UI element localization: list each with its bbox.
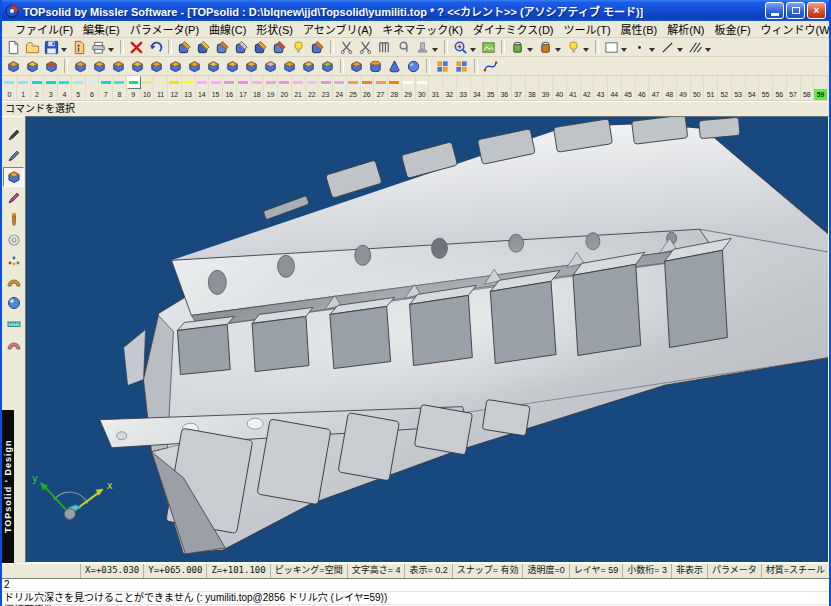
shape-modify-button[interactable] bbox=[3, 188, 24, 208]
layer-cell-49[interactable]: 49 bbox=[677, 76, 691, 100]
layer-cell-18[interactable]: 18 bbox=[251, 76, 265, 100]
layer-cell-24[interactable]: 24 bbox=[333, 76, 347, 100]
menu-item-parameter[interactable]: パラメータ(P) bbox=[125, 21, 204, 37]
hatch-style-button[interactable] bbox=[686, 38, 714, 56]
new-document-button[interactable] bbox=[4, 38, 23, 56]
layer-cell-2[interactable]: 2 bbox=[31, 76, 45, 100]
menu-item-file[interactable]: ファイル(F) bbox=[10, 21, 78, 37]
layer-cell-29[interactable]: 29 bbox=[402, 76, 416, 100]
menu-item-dynamics[interactable]: ダイナミクス(D) bbox=[468, 21, 559, 37]
layer-cell-45[interactable]: 45 bbox=[622, 76, 636, 100]
analyze-shape-button[interactable] bbox=[194, 38, 213, 56]
block-primitive-button[interactable] bbox=[347, 57, 366, 75]
layer-cell-40[interactable]: 40 bbox=[553, 76, 567, 100]
line-style-button[interactable] bbox=[658, 38, 686, 56]
layer-cell-3[interactable]: 3 bbox=[44, 76, 58, 100]
layer-cell-43[interactable]: 43 bbox=[594, 76, 608, 100]
layer-cell-57[interactable]: 57 bbox=[787, 76, 801, 100]
layer-cell-27[interactable]: 27 bbox=[374, 76, 388, 100]
zoom-button[interactable] bbox=[451, 38, 479, 56]
layer-cell-34[interactable]: 34 bbox=[471, 76, 485, 100]
layer-cell-50[interactable]: 50 bbox=[691, 76, 705, 100]
layer-cell-13[interactable]: 13 bbox=[182, 76, 196, 100]
dropdown-arrow-icon[interactable] bbox=[527, 48, 533, 52]
grid-pattern-button[interactable] bbox=[433, 57, 452, 75]
revolve-button[interactable] bbox=[90, 57, 109, 75]
point-style-button[interactable] bbox=[630, 38, 658, 56]
layer-cell-0[interactable]: 0 bbox=[3, 76, 17, 100]
layer-cell-15[interactable]: 15 bbox=[209, 76, 223, 100]
save-document-button[interactable] bbox=[42, 38, 70, 56]
shell-button[interactable] bbox=[223, 57, 242, 75]
layer-cell-23[interactable]: 23 bbox=[319, 76, 333, 100]
solid-new-button[interactable] bbox=[4, 57, 23, 75]
menu-item-analysis[interactable]: 解析(N) bbox=[662, 21, 709, 37]
print-button[interactable] bbox=[89, 38, 117, 56]
delete-button[interactable] bbox=[127, 38, 146, 56]
reference-circle-button[interactable] bbox=[3, 230, 24, 250]
layer-cell-33[interactable]: 33 bbox=[457, 76, 471, 100]
dropdown-arrow-icon[interactable] bbox=[432, 48, 438, 52]
dropdown-arrow-icon[interactable] bbox=[621, 48, 627, 52]
layer-cell-32[interactable]: 32 bbox=[443, 76, 457, 100]
layer-cell-20[interactable]: 20 bbox=[278, 76, 292, 100]
layer-cell-41[interactable]: 41 bbox=[567, 76, 581, 100]
rib-button[interactable] bbox=[318, 57, 337, 75]
layer-cell-53[interactable]: 53 bbox=[732, 76, 746, 100]
draft-button[interactable] bbox=[204, 57, 223, 75]
attribute-paint-button[interactable] bbox=[508, 38, 536, 56]
layer-cell-56[interactable]: 56 bbox=[773, 76, 787, 100]
screw-feature-button[interactable] bbox=[3, 209, 24, 229]
fillet-button[interactable] bbox=[166, 57, 185, 75]
dropdown-arrow-icon[interactable] bbox=[649, 48, 655, 52]
dropdown-arrow-icon[interactable] bbox=[470, 48, 476, 52]
dropdown-arrow-icon[interactable] bbox=[705, 48, 711, 52]
menu-item-tools[interactable]: ツール(T) bbox=[559, 21, 616, 37]
screwdriver-button[interactable] bbox=[308, 38, 327, 56]
smart-cut-button[interactable] bbox=[356, 38, 375, 56]
layer-cell-25[interactable]: 25 bbox=[347, 76, 361, 100]
layer-cell-42[interactable]: 42 bbox=[581, 76, 595, 100]
light-button[interactable] bbox=[564, 38, 592, 56]
menu-item-attribute[interactable]: 属性(B) bbox=[616, 21, 663, 37]
layer-cell-11[interactable]: 11 bbox=[154, 76, 168, 100]
cone-primitive-button[interactable] bbox=[385, 57, 404, 75]
menu-item-shape[interactable]: 形状(S) bbox=[251, 21, 298, 37]
sweep-button[interactable] bbox=[109, 57, 128, 75]
close-button[interactable]: × bbox=[807, 2, 826, 19]
layer-cell-52[interactable]: 52 bbox=[718, 76, 732, 100]
surface-patch-button[interactable] bbox=[3, 272, 24, 292]
layer-cell-59[interactable]: 59 bbox=[814, 76, 828, 100]
menu-item-window[interactable]: ウィンドウ(W) bbox=[756, 21, 831, 37]
menu-item-curve[interactable]: 曲線(C) bbox=[204, 21, 251, 37]
menu-item-sheetmetal[interactable]: 板金(F) bbox=[710, 21, 756, 37]
layer-cell-6[interactable]: 6 bbox=[86, 76, 100, 100]
dropdown-arrow-icon[interactable] bbox=[61, 48, 67, 52]
layer-cell-47[interactable]: 47 bbox=[649, 76, 663, 100]
open-document-button[interactable] bbox=[23, 38, 42, 56]
matrix-pattern-button[interactable] bbox=[452, 57, 471, 75]
wrench-adjust-button[interactable] bbox=[232, 38, 251, 56]
layer-cell-8[interactable]: 8 bbox=[113, 76, 127, 100]
solid-copy-button[interactable] bbox=[23, 57, 42, 75]
layer-cell-19[interactable]: 19 bbox=[264, 76, 278, 100]
layer-cell-1[interactable]: 1 bbox=[17, 76, 31, 100]
pocket-button[interactable] bbox=[280, 57, 299, 75]
layer-cell-39[interactable]: 39 bbox=[539, 76, 553, 100]
layer-cell-31[interactable]: 31 bbox=[429, 76, 443, 100]
layer-cell-16[interactable]: 16 bbox=[223, 76, 237, 100]
layer-cell-36[interactable]: 36 bbox=[498, 76, 512, 100]
measure-ruler-button[interactable] bbox=[3, 314, 24, 334]
layer-cell-7[interactable]: 7 bbox=[99, 76, 113, 100]
layer-cell-21[interactable]: 21 bbox=[292, 76, 306, 100]
lamp-tool-button[interactable] bbox=[289, 38, 308, 56]
current-color-button[interactable] bbox=[602, 38, 630, 56]
history-nine-button[interactable] bbox=[394, 38, 413, 56]
boss-button[interactable] bbox=[299, 57, 318, 75]
pattern-comb-button[interactable] bbox=[375, 38, 394, 56]
thread-button[interactable] bbox=[242, 57, 261, 75]
color-fill-button[interactable] bbox=[536, 38, 564, 56]
clamp-button[interactable] bbox=[251, 38, 270, 56]
layer-cell-54[interactable]: 54 bbox=[746, 76, 760, 100]
restore-button[interactable] bbox=[786, 2, 805, 19]
